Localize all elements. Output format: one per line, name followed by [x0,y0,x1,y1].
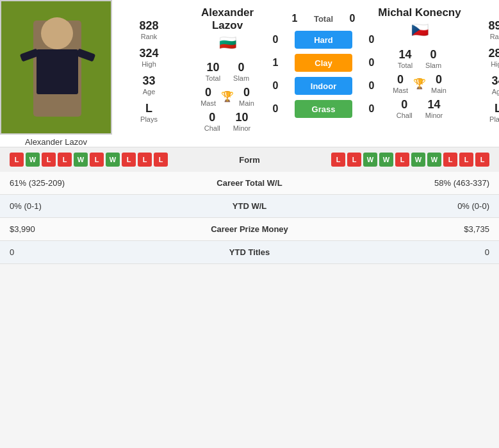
right-small-stats: 14 Total 0 Slam 0 Mast 🏆 0 [378,48,461,119]
stats-table-row: 61% (325-209) Career Total W/L 58% (463-… [0,172,499,195]
stat-left: 0 [0,241,175,264]
stats-table: 61% (325-209) Career Total W/L 58% (463-… [0,172,499,264]
surface-row-clay: 1 Clay 0 [269,54,378,72]
form-badge: L [331,153,345,167]
form-badge: L [154,153,168,167]
right-inner-stats: 891 Rank 285 High 34 Age L Plays [461,0,499,126]
stat-center: Career Prize Money [175,218,325,241]
left-inner-stats: 828 Rank 324 High 33 Age L Plays [112,0,186,126]
right-form-badges: LLWWLWWLLL [331,153,489,167]
form-badge: W [74,153,88,167]
left-name-flag: Alexander Lazov 🇧🇬 10 Total 0 Slam 0 [186,0,269,132]
left-trophy-row: 0 Mast 🏆 0 Main [200,86,254,107]
form-badge: L [138,153,152,167]
stat-left: $3,990 [0,218,175,241]
clay-surface-btn[interactable]: Clay [295,54,352,72]
player-row: Alexander Lazov 828 Rank 324 High 33 Age [0,0,499,147]
stat-right: 58% (463-337) [324,172,499,195]
form-badge: L [58,153,72,167]
right-plays: L Plays [489,102,499,123]
right-rank: 891 Rank [488,19,499,40]
left-stats-mini: 828 Rank 324 High 33 Age L Plays [117,19,181,123]
stat-right: 0% (0-0) [324,195,499,218]
surface-rows: 0 Hard 0 1 Clay 0 0 Indoor 0 0 Grass [269,31,378,118]
form-badge: L [475,153,489,167]
left-trophy-icon: 🏆 [221,90,234,103]
right-high: 285 High [488,47,499,68]
surface-row-hard: 0 Hard 0 [269,31,378,49]
total-row: 1 Total 0 [288,6,359,24]
form-badge: L [443,153,457,167]
stat-center: YTD W/L [175,195,325,218]
left-player-photo-col: Alexander Lazov [0,0,112,147]
surface-row-grass: 0 Grass 0 [269,100,378,118]
stat-center: Career Total W/L [175,172,325,195]
right-trophy-row: 0 Mast 🏆 0 Main [393,73,446,94]
form-badge: W [26,153,40,167]
stat-center: YTD Titles [175,241,325,264]
left-age: 33 Age [142,74,155,95]
center-surface-col: 1 Total 0 0 Hard 0 1 Clay 0 0 Indoor [269,0,378,124]
form-badge: W [427,153,441,167]
left-plays: L Plays [140,102,158,123]
form-badge: W [379,153,393,167]
form-label: Form [173,155,326,165]
hard-surface-btn[interactable]: Hard [295,31,352,49]
form-badge: W [411,153,425,167]
stat-right: $3,735 [324,218,499,241]
indoor-surface-btn[interactable]: Indoor [295,77,352,95]
left-player-name-below: Alexander Lazov [25,137,87,147]
right-stats-mini: 891 Rank 285 High 34 Age L Plays [466,19,499,123]
stat-left: 0% (0-1) [0,195,175,218]
form-badge: L [347,153,361,167]
stat-right: 0 [324,241,499,264]
left-high: 324 High [139,47,158,68]
form-badge: L [395,153,409,167]
svg-rect-3 [37,49,78,94]
form-badge: L [42,153,56,167]
form-badge: L [10,153,24,167]
form-badge: W [363,153,377,167]
svg-point-2 [41,17,73,49]
left-small-stats: 10 Total 0 Slam 0 Mast 🏆 0 [186,61,269,132]
form-badge: L [459,153,473,167]
surface-row-indoor: 0 Indoor 0 [269,77,378,95]
left-player-photo [0,0,112,135]
stat-left: 61% (325-209) [0,172,175,195]
form-badge: W [106,153,120,167]
left-form-badges: LWLLWLWLLL [10,153,168,167]
stats-table-row: $3,990 Career Prize Money $3,735 [0,218,499,241]
stats-table-row: 0 YTD Titles 0 [0,241,499,264]
left-rank: 828 Rank [139,19,158,40]
form-badge: L [122,153,136,167]
form-section: LWLLWLWLLL Form LLWWLWWLLL [0,147,499,172]
grass-surface-btn[interactable]: Grass [295,100,352,118]
stats-table-row: 0% (0-1) YTD W/L 0% (0-0) [0,195,499,218]
right-age: 34 Age [491,74,499,95]
right-trophy-icon: 🏆 [413,78,426,90]
right-name-flag: Michal Konecny 🇨🇿 14 Total 0 Slam 0 [378,0,461,119]
form-badge: L [90,153,104,167]
main-container: Alexander Lazov 828 Rank 324 High 33 Age [0,0,499,264]
